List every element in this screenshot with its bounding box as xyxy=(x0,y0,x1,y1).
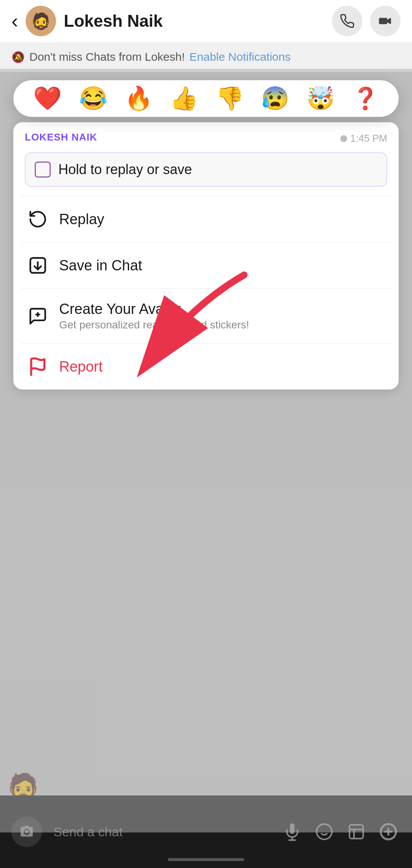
replay-label: Replay xyxy=(59,211,104,228)
emoji-thumbs-up[interactable]: 👍 xyxy=(170,87,198,110)
avatar-icon xyxy=(27,305,48,327)
message-bubble: Hold to replay or save xyxy=(25,152,387,187)
emoji-heart[interactable]: ❤️ xyxy=(33,87,62,110)
header: ‹ 🧔 Lokesh Naik xyxy=(0,0,412,42)
notification-bar: 🔕 Don't miss Chats from Lokesh! Enable N… xyxy=(0,42,412,72)
message-content: Hold to replay or save xyxy=(58,162,192,178)
back-button[interactable]: ‹ xyxy=(11,10,18,32)
home-indicator xyxy=(168,858,244,861)
create-avatar-menu-item[interactable]: Create Your Avatar Get personalized reac… xyxy=(13,289,399,343)
emoji-question[interactable]: ❓ xyxy=(352,88,379,109)
emoji-scared[interactable]: 😰 xyxy=(261,87,290,110)
report-menu-item[interactable]: Report xyxy=(13,344,399,390)
context-menu-card: LOKESH NAIK 1:45 PM Hold to replay or sa… xyxy=(13,122,399,390)
replay-icon xyxy=(27,209,48,230)
video-call-button[interactable] xyxy=(370,6,401,36)
emoji-mind-blown[interactable]: 🤯 xyxy=(306,87,335,110)
phone-call-button[interactable] xyxy=(332,6,362,36)
header-actions xyxy=(332,6,401,36)
create-avatar-label: Create Your Avatar xyxy=(59,301,249,317)
avatar-text-group: Create Your Avatar Get personalized reac… xyxy=(59,301,249,331)
message-preview: LOKESH NAIK 1:45 PM Hold to replay or sa… xyxy=(13,122,399,187)
avatar: 🧔 xyxy=(26,6,56,36)
emoji-thumbs-down[interactable]: 👎 xyxy=(216,87,244,110)
replay-menu-item[interactable]: Replay xyxy=(13,196,399,242)
report-label: Report xyxy=(59,359,103,375)
message-sender-name: LOKESH NAIK xyxy=(25,131,97,143)
emoji-reaction-bar: ❤️ 😂 🔥 👍 👎 😰 🤯 ❓ xyxy=(13,80,399,117)
svg-rect-0 xyxy=(379,18,387,24)
save-in-chat-menu-item[interactable]: Save in Chat xyxy=(13,242,399,288)
phone-icon xyxy=(340,13,355,29)
create-avatar-sublabel: Get personalized reactions and stickers! xyxy=(59,319,249,331)
video-icon xyxy=(378,13,393,29)
save-in-chat-label: Save in Chat xyxy=(59,257,142,274)
save-icon xyxy=(27,255,48,276)
contact-name: Lokesh Naik xyxy=(64,11,332,31)
emoji-fire[interactable]: 🔥 xyxy=(124,87,153,110)
delivery-status-dot xyxy=(340,135,347,142)
message-select-checkbox[interactable] xyxy=(35,162,51,178)
notification-text: Don't miss Chats from Lokesh! xyxy=(29,50,185,63)
emoji-laugh[interactable]: 😂 xyxy=(79,87,108,110)
enable-notifications-link[interactable]: Enable Notifications xyxy=(190,50,291,63)
notification-bell-icon: 🔕 xyxy=(11,51,25,63)
message-time: 1:45 PM xyxy=(340,133,387,144)
report-icon xyxy=(27,356,48,377)
